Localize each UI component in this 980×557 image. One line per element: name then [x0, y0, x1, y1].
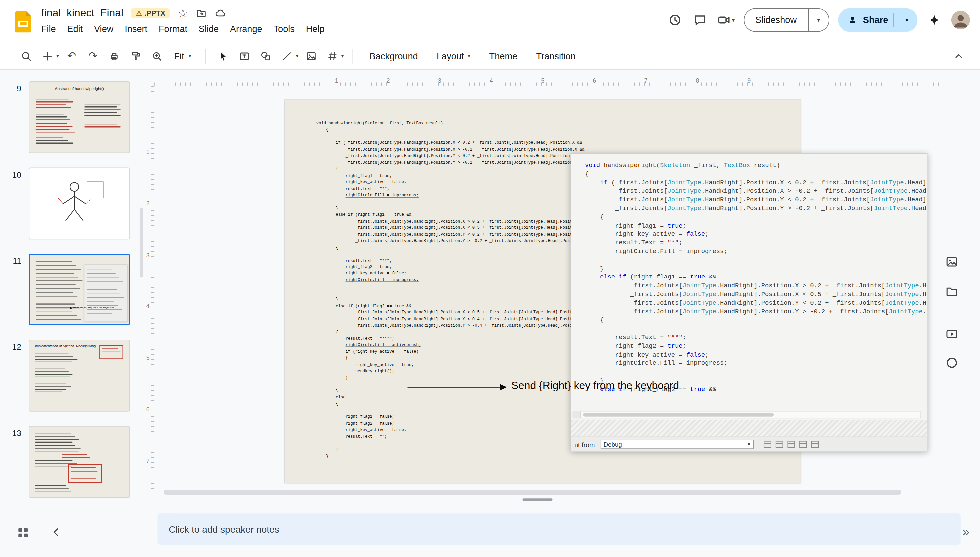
thumb-line: [36, 96, 64, 97]
canvas-horizontal-scrollbar[interactable]: [164, 490, 901, 495]
zoom-caret: ▾: [189, 53, 191, 59]
slideshow-panel-icon[interactable]: [945, 327, 960, 342]
select-tool-icon[interactable]: [214, 47, 232, 65]
thumb-line: [36, 145, 66, 146]
menu-arrange[interactable]: Arrange: [224, 22, 267, 36]
document-title[interactable]: final_kinect_Final: [41, 7, 123, 20]
guides-grid-tool[interactable]: ▾: [324, 47, 344, 65]
thumb-line: [87, 285, 113, 286]
thumb-line: [36, 261, 72, 262]
vs-screenshot-object[interactable]: void handswiperight(Skeleton _first, Tex…: [571, 153, 928, 451]
thumb-overlay: [84, 265, 127, 322]
new-slide-button[interactable]: ▾: [39, 47, 59, 65]
thumb-callout-box: [99, 345, 123, 359]
share-dropdown[interactable]: ▾: [898, 17, 915, 23]
theme-button[interactable]: Theme: [482, 47, 525, 65]
background-button[interactable]: Background: [362, 47, 426, 65]
thumb-line: [36, 300, 82, 301]
stick-figure: [29, 168, 127, 236]
record-panel-icon[interactable]: [945, 356, 960, 371]
statusbar-icon: [811, 441, 819, 448]
star-icon[interactable]: ☆: [178, 8, 188, 19]
move-folder-icon[interactable]: [195, 8, 207, 19]
zoom-value: Fit: [174, 51, 184, 61]
slide-thumbnail-10[interactable]: [29, 168, 130, 239]
new-slide-caret: ▾: [56, 53, 59, 59]
redo-icon[interactable]: ↷: [84, 47, 102, 65]
thumb-line: [36, 311, 73, 313]
transition-button[interactable]: Transition: [529, 47, 583, 65]
slideshow-button[interactable]: Slideshow: [744, 9, 808, 31]
header-actions: ▾ Slideshow ▾ Share ▾: [667, 0, 980, 40]
menu-tools[interactable]: Tools: [268, 22, 300, 36]
thumb-line: [62, 454, 87, 455]
ruler-label: 2: [386, 77, 390, 84]
slide-number-10: 10: [8, 170, 21, 179]
slideshow-label: Slideshow: [755, 15, 797, 25]
thumb-line: [35, 362, 73, 363]
thumb-line: [84, 109, 121, 110]
image-panel-icon[interactable]: [945, 255, 960, 270]
slide-code[interactable]: void handswiperight(Skeleton _first, Tex…: [316, 121, 591, 460]
zoom-icon[interactable]: [148, 47, 165, 65]
insert-shape-icon[interactable]: [257, 47, 275, 65]
slide-thumbnail-12[interactable]: Implementation of Speech_Recognition(): [29, 340, 130, 412]
meet-call-icon[interactable]: ▾: [717, 13, 735, 27]
statusbar-icon: [799, 441, 807, 448]
thumb-line: [35, 392, 63, 393]
paint-format-icon[interactable]: [127, 47, 144, 65]
hide-menus-icon[interactable]: [950, 48, 968, 65]
filmstrip-scrollbar[interactable]: [140, 208, 143, 277]
version-history-icon[interactable]: [667, 12, 683, 28]
thumb-line: [35, 445, 75, 446]
debug-value: Debug: [603, 441, 622, 448]
menu-help[interactable]: Help: [300, 22, 330, 36]
collapse-filmstrip-icon[interactable]: [50, 526, 63, 539]
slide-thumbnail-9[interactable]: Abstract of handswiperight(): [29, 81, 130, 153]
share-button[interactable]: Share ▾: [838, 8, 918, 32]
menu-insert[interactable]: Insert: [119, 22, 153, 36]
thumb-line: [87, 269, 112, 269]
menu-file[interactable]: File: [36, 22, 62, 36]
undo-icon[interactable]: ↶: [63, 47, 80, 65]
slide-thumbnail-13[interactable]: [29, 426, 130, 498]
notes-resize-handle[interactable]: [523, 498, 553, 501]
expand-panel-icon[interactable]: »: [963, 525, 970, 539]
insert-line-tool[interactable]: ▾: [278, 47, 298, 65]
thumb-line: [36, 98, 68, 99]
thumb-line: [35, 489, 68, 489]
slide-thumbnail-11[interactable]: Send {Right} key from the keyboard: [29, 254, 130, 326]
annotation-arrow[interactable]: [406, 383, 511, 393]
folder-panel-icon[interactable]: [945, 285, 960, 300]
thumb-line: [36, 265, 76, 266]
menu-view[interactable]: View: [88, 22, 119, 36]
overlay-code: void handswiperight(Skeleton _first, Tex…: [585, 161, 927, 410]
insert-image-icon[interactable]: [302, 47, 320, 65]
thumb-line: [35, 386, 71, 387]
thumb-line: [36, 123, 67, 124]
layout-button[interactable]: Layout ▾: [429, 47, 478, 65]
search-menus-icon[interactable]: [18, 47, 35, 65]
zoom-select[interactable]: Fit ▾: [169, 48, 196, 63]
menu-format[interactable]: Format: [153, 22, 193, 36]
share-person-icon: [848, 15, 858, 25]
menu-edit[interactable]: Edit: [61, 22, 88, 36]
grid-view-icon[interactable]: [16, 526, 30, 542]
thumb-line: [36, 284, 76, 285]
speaker-notes-input[interactable]: Click to add speaker notes: [158, 513, 960, 545]
slides-logo-icon[interactable]: [14, 11, 32, 33]
thumb-line: [36, 137, 64, 138]
pptx-badge[interactable]: ⚠ .PPTX: [131, 8, 170, 18]
text-box-icon[interactable]: [236, 47, 253, 65]
slideshow-dropdown[interactable]: ▾: [809, 9, 829, 31]
avatar[interactable]: [951, 11, 970, 29]
comments-icon[interactable]: [692, 12, 708, 28]
menu-slide[interactable]: Slide: [193, 22, 224, 36]
ruler-label: 1: [335, 77, 338, 84]
ruler-horizontal: 123456789: [154, 76, 939, 86]
annotation-text[interactable]: Send {Right} key from the keyboard: [511, 380, 679, 393]
cloud-status-icon[interactable]: [214, 8, 225, 19]
print-icon[interactable]: [105, 47, 123, 65]
thumb-line: [87, 281, 123, 282]
gemini-spark-icon[interactable]: [926, 12, 942, 28]
